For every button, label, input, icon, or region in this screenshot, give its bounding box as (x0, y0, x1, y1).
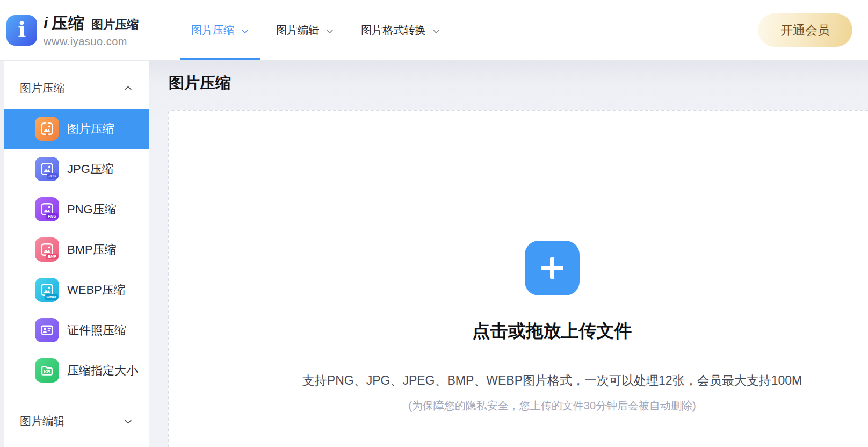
left-gutter (0, 60, 4, 447)
add-files-button[interactable] (525, 241, 580, 295)
png-compress-icon: PNG (35, 197, 59, 221)
nav-tab-label: 图片编辑 (276, 23, 319, 38)
page-title: 图片压缩 (169, 72, 868, 93)
sidebar-item-image-compress[interactable]: 图片压缩 (4, 109, 149, 149)
sidebar-item-bmp-compress[interactable]: BMP BMP压缩 (4, 229, 149, 270)
sidebar-item-label: PNG压缩 (67, 201, 117, 218)
chevron-down-icon (241, 27, 249, 35)
webp-badge: WEBP (45, 294, 58, 300)
header: i i 压缩 图片压缩 www.iyasuo.com 图片压缩 图片编辑 (0, 0, 868, 60)
logo-icon: i (6, 15, 37, 46)
brand-tagline: 图片压缩 (91, 17, 139, 33)
kb-badge: KB (44, 369, 51, 374)
webp-compress-icon: WEBP (35, 278, 59, 302)
sidebar-item-label: BMP压缩 (67, 242, 117, 258)
content: 图片压缩 图片压缩 (0, 60, 868, 447)
sidebar-item-webp-compress[interactable]: WEBP WEBP压缩 (4, 270, 149, 310)
brand-text: i 压缩 图片压缩 www.iyasuo.com (44, 12, 139, 48)
upload-privacy-note: (为保障您的隐私安全，您上传的文件30分钟后会被自动删除) (169, 399, 868, 413)
compress-to-size-icon: KB (35, 358, 59, 383)
main-nav: 图片压缩 图片编辑 图片格式转换 (180, 0, 451, 60)
logo-glyph: i (18, 19, 26, 40)
nav-tab-label: 图片压缩 (191, 23, 234, 38)
chevron-up-icon (124, 84, 133, 93)
jpg-badge: JPG (47, 173, 58, 179)
sidebar: 图片压缩 图片压缩 (4, 60, 149, 447)
chevron-down-icon (432, 27, 440, 35)
sidebar-item-id-photo-compress[interactable]: 证件照压缩 (4, 310, 149, 350)
logo[interactable]: i i 压缩 图片压缩 www.iyasuo.com (6, 12, 139, 48)
section-label: 图片编辑 (20, 414, 65, 429)
sidebar-item-label: 图片压缩 (67, 121, 114, 137)
nav-tab-format-convert[interactable]: 图片格式转换 (350, 0, 451, 60)
upload-support-text: 支持PNG、JPG、JPEG、BMP、WEBP图片格式，一次可以处理12张，会员… (169, 372, 868, 389)
image-compress-icon (35, 117, 59, 141)
nav-tab-image-edit[interactable]: 图片编辑 (265, 0, 345, 60)
sidebar-item-label: 压缩指定大小 (67, 363, 138, 379)
sidebar-section-image-edit[interactable]: 图片编辑 (4, 396, 149, 439)
sidebar-item-label: WEBP压缩 (67, 282, 126, 298)
plus-icon (538, 254, 566, 282)
jpg-compress-icon: JPG (35, 157, 59, 181)
bmp-compress-icon: BMP (35, 237, 59, 262)
id-photo-compress-icon (35, 318, 59, 342)
sidebar-item-compress-to-size[interactable]: KB 压缩指定大小 (4, 350, 149, 391)
bmp-badge: BMP (46, 254, 58, 259)
section-label: 图片压缩 (20, 81, 65, 96)
nav-tab-label: 图片格式转换 (361, 23, 425, 38)
brand-domain: www.iyasuo.com (44, 35, 139, 48)
sidebar-item-jpg-compress[interactable]: JPG JPG压缩 (4, 149, 149, 189)
open-vip-button[interactable]: 开通会员 (758, 13, 852, 47)
upload-headline: 点击或拖放上传文件 (169, 319, 868, 343)
nav-tab-image-compress[interactable]: 图片压缩 (180, 0, 260, 60)
sidebar-item-label: JPG压缩 (67, 161, 114, 177)
chevron-down-icon (124, 417, 133, 426)
sidebar-item-label: 证件照压缩 (67, 322, 126, 338)
upload-dropzone[interactable]: 点击或拖放上传文件 支持PNG、JPG、JPEG、BMP、WEBP图片格式，一次… (168, 110, 868, 447)
brand-prefix: i (44, 14, 48, 32)
chevron-down-icon (326, 27, 334, 35)
sidebar-section-image-compress[interactable]: 图片压缩 (4, 60, 149, 109)
brand-name: 压缩 (52, 12, 85, 34)
main-area: 图片压缩 点击或拖放上传文件 支持PNG、JPG、JPEG、BMP、WEBP图片… (149, 60, 868, 447)
png-badge: PNG (46, 213, 58, 219)
app: i i 压缩 图片压缩 www.iyasuo.com 图片压缩 图片编辑 (0, 0, 868, 447)
sidebar-item-png-compress[interactable]: PNG PNG压缩 (4, 189, 149, 229)
